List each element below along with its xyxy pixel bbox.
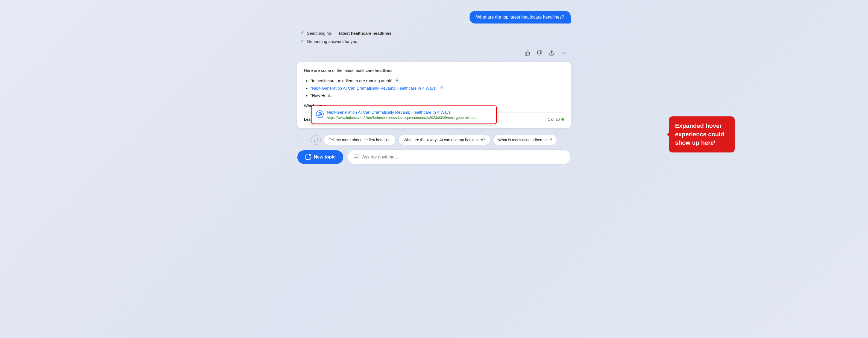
user-bubble: What are the top latest healthcare headl… bbox=[469, 11, 571, 24]
status-area: ✓ Searching for: latest healthcare headl… bbox=[297, 30, 571, 44]
svg-point-3 bbox=[562, 53, 562, 53]
searching-bold: latest healthcare headlines bbox=[339, 31, 392, 35]
green-dot bbox=[561, 118, 564, 121]
bullet-text-1: "In healthcare, middlemen are running am… bbox=[310, 79, 393, 83]
share-button[interactable] bbox=[547, 49, 556, 57]
svg-point-2 bbox=[565, 53, 565, 53]
thumbs-down-button[interactable] bbox=[535, 49, 544, 57]
popup-title[interactable]: Next-Generation AI Can Dramatically Reva… bbox=[327, 110, 477, 115]
bullet-text-3: "How Heal… bbox=[310, 93, 334, 98]
response-area: Here are some of the latest healthcare h… bbox=[297, 62, 571, 128]
bottom-bar: New topic bbox=[297, 150, 571, 164]
suggestion-btn-2[interactable]: What are the 4 ways AI can revamp health… bbox=[399, 135, 490, 145]
list-item-3: "How Heal… bbox=[310, 92, 564, 99]
search-bar[interactable] bbox=[348, 150, 571, 164]
chat-bubble-icon bbox=[311, 135, 321, 145]
action-buttons-row bbox=[297, 49, 571, 57]
globe-icon bbox=[316, 111, 323, 118]
searching-status: ✓ Searching for: latest healthcare headl… bbox=[300, 30, 571, 36]
thumbs-up-button[interactable] bbox=[523, 49, 532, 57]
suggestion-btn-3[interactable]: What is medication adherence? bbox=[493, 135, 557, 145]
page-indicator: 1 of 20 bbox=[548, 117, 564, 122]
hover-popup[interactable]: Next-Generation AI Can Dramatically Reva… bbox=[311, 105, 497, 124]
hover-callout: Expanded hover experience could show up … bbox=[669, 116, 735, 152]
response-intro: Here are some of the latest healthcare h… bbox=[304, 67, 564, 74]
bullet-list: "In healthcare, middlemen are running am… bbox=[304, 77, 564, 99]
popup-url: https://www.forbes.com/sites/forbesbusin… bbox=[327, 116, 477, 120]
chat-container: What are the top latest healthcare headl… bbox=[297, 11, 571, 147]
searching-label: Searching for: bbox=[307, 31, 332, 35]
citation-1: 1 bbox=[395, 78, 399, 82]
citation-2: 2 bbox=[439, 85, 444, 89]
page-indicator-text: 1 of 20 bbox=[548, 117, 560, 122]
list-item-2: "Next-Generation AI Can Dramatically Rev… bbox=[310, 85, 564, 92]
new-topic-label: New topic bbox=[314, 154, 336, 160]
new-topic-button[interactable]: New topic bbox=[297, 150, 343, 164]
suggestions-row: Tell me more about the first headline Wh… bbox=[297, 132, 571, 147]
generating-status: ✓ Generating answers for you... bbox=[300, 38, 571, 44]
more-button[interactable] bbox=[559, 49, 568, 57]
svg-point-1 bbox=[563, 53, 564, 53]
user-message-row: What are the top latest healthcare headl… bbox=[297, 11, 571, 24]
hover-callout-text: Expanded hover experience could show up … bbox=[675, 122, 724, 146]
check-icon-1: ✓ bbox=[300, 30, 304, 36]
check-icon-2: ✓ bbox=[300, 38, 304, 44]
list-item-1: "In healthcare, middlemen are running am… bbox=[310, 77, 564, 85]
search-input[interactable] bbox=[362, 155, 565, 160]
popup-content: Next-Generation AI Can Dramatically Reva… bbox=[327, 110, 477, 120]
search-bar-icon bbox=[353, 154, 359, 160]
bullet-link-2[interactable]: "Next-Generation AI Can Dramatically Rev… bbox=[310, 86, 437, 90]
suggestion-btn-1[interactable]: Tell me more about the first headline bbox=[323, 135, 396, 145]
generating-label: Generating answers for you... bbox=[307, 39, 361, 44]
